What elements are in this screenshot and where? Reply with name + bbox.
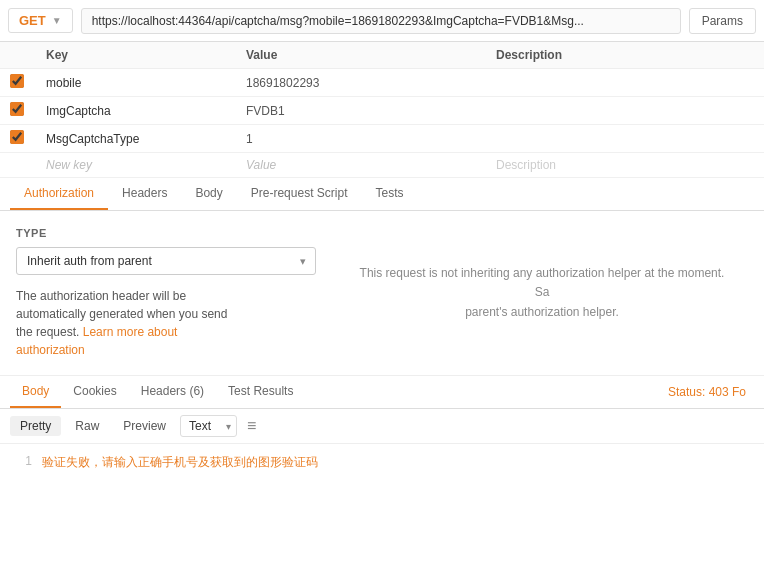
params-desc-header: Description <box>486 42 764 69</box>
auth-section: TYPE Inherit auth from parent ▾ The auth… <box>0 211 764 376</box>
key-text: mobile <box>46 76 81 90</box>
params-button[interactable]: Params <box>689 8 756 34</box>
format-bar: Pretty Raw Preview Text ▾ ≡ <box>0 409 764 444</box>
auth-authorization-link[interactable]: authorization <box>16 343 85 357</box>
response-line-1: 1 验证失败，请输入正确手机号及获取到的图形验证码 <box>16 454 748 471</box>
format-select-wrap: Text ▾ <box>180 415 237 437</box>
response-tab-headers[interactable]: Headers (6) <box>129 376 216 408</box>
key-text: ImgCaptcha <box>46 104 111 118</box>
new-key-row: New key Value Description <box>0 153 764 178</box>
response-tabs-list: Body Cookies Headers (6) Test Results <box>10 376 305 408</box>
preview-button[interactable]: Preview <box>113 416 176 436</box>
key-text: MsgCaptchaType <box>46 132 139 146</box>
row-checkbox-0[interactable] <box>10 74 24 88</box>
auth-left-panel: TYPE Inherit auth from parent ▾ The auth… <box>16 227 316 359</box>
response-tab-body[interactable]: Body <box>10 376 61 408</box>
auth-type-label: TYPE <box>16 227 316 239</box>
raw-button[interactable]: Raw <box>65 416 109 436</box>
table-row: mobile 18691802293 <box>0 69 764 97</box>
method-label: GET <box>19 13 46 28</box>
row-value-cell: 18691802293 <box>236 69 486 97</box>
new-value-cell: Value <box>236 153 486 178</box>
pretty-button[interactable]: Pretty <box>10 416 61 436</box>
response-tab-cookies[interactable]: Cookies <box>61 376 128 408</box>
row-key-cell: MsgCaptchaType <box>36 125 236 153</box>
new-key-placeholder[interactable]: New key <box>46 158 92 172</box>
value-text: 1 <box>246 132 253 146</box>
request-bar: GET ▼ https://localhost:44364/api/captch… <box>0 0 764 42</box>
url-input[interactable]: https://localhost:44364/api/captcha/msg?… <box>81 8 681 34</box>
wrap-lines-icon[interactable]: ≡ <box>247 417 256 435</box>
method-chevron-icon: ▼ <box>52 15 62 26</box>
table-row: MsgCaptchaType 1 <box>0 125 764 153</box>
request-tabs: Authorization Headers Body Pre-request S… <box>0 178 764 211</box>
new-key-cell: New key <box>36 153 236 178</box>
auth-description: The authorization header will be automat… <box>16 287 316 359</box>
auth-info-text: This request is not inheriting any autho… <box>352 264 732 322</box>
tab-headers[interactable]: Headers <box>108 178 181 210</box>
row-desc-cell <box>486 97 764 125</box>
format-type-select[interactable]: Text <box>180 415 237 437</box>
row-desc-cell <box>486 69 764 97</box>
status-badge: Status: 403 Fo <box>668 385 754 399</box>
params-section: Key Value Description mobile 18691802293… <box>0 42 764 178</box>
row-value-cell: FVDB1 <box>236 97 486 125</box>
auth-type-select[interactable]: Inherit auth from parent <box>16 247 316 275</box>
row-checkbox-cell <box>0 69 36 97</box>
params-check-header <box>0 42 36 69</box>
method-button[interactable]: GET ▼ <box>8 8 73 33</box>
tab-pre-request-script[interactable]: Pre-request Script <box>237 178 362 210</box>
new-desc-cell: Description <box>486 153 764 178</box>
new-desc-placeholder[interactable]: Description <box>496 158 556 172</box>
row-checkbox-2[interactable] <box>10 130 24 144</box>
table-row: ImgCaptcha FVDB1 <box>0 97 764 125</box>
params-value-header: Value <box>236 42 486 69</box>
response-content: 验证失败，请输入正确手机号及获取到的图形验证码 <box>42 454 318 471</box>
auth-learn-more-link[interactable]: Learn more about <box>83 325 178 339</box>
auth-select-wrap: Inherit auth from parent ▾ <box>16 247 316 275</box>
tab-body[interactable]: Body <box>181 178 236 210</box>
new-check-cell <box>0 153 36 178</box>
row-value-cell: 1 <box>236 125 486 153</box>
row-key-cell: mobile <box>36 69 236 97</box>
tab-authorization[interactable]: Authorization <box>10 178 108 210</box>
row-checkbox-cell <box>0 97 36 125</box>
value-text: 18691802293 <box>246 76 319 90</box>
new-value-placeholder[interactable]: Value <box>246 158 276 172</box>
auth-right-panel: This request is not inheriting any autho… <box>336 227 748 359</box>
value-text: FVDB1 <box>246 104 285 118</box>
row-checkbox-cell <box>0 125 36 153</box>
tab-tests[interactable]: Tests <box>361 178 417 210</box>
params-key-header: Key <box>36 42 236 69</box>
response-body: 1 验证失败，请输入正确手机号及获取到的图形验证码 <box>0 444 764 481</box>
response-tabs: Body Cookies Headers (6) Test Results St… <box>0 376 764 409</box>
row-key-cell: ImgCaptcha <box>36 97 236 125</box>
row-desc-cell <box>486 125 764 153</box>
row-checkbox-1[interactable] <box>10 102 24 116</box>
response-tab-test-results[interactable]: Test Results <box>216 376 305 408</box>
line-number: 1 <box>16 454 32 471</box>
